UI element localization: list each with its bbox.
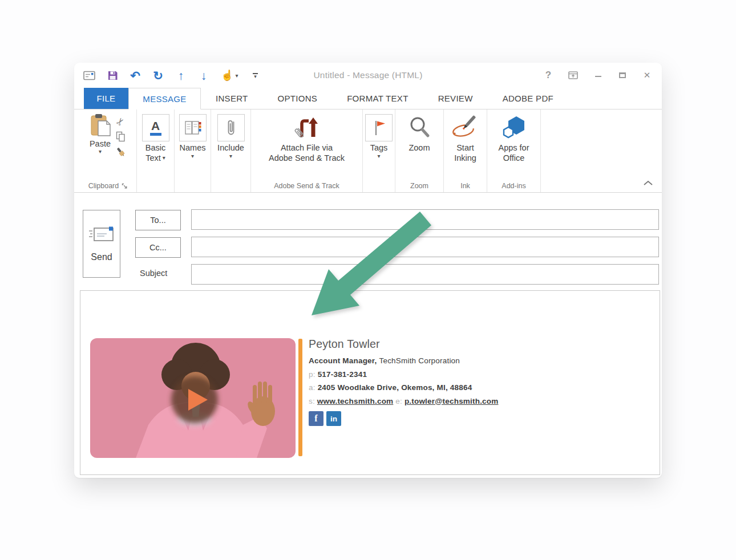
- customize-quick-access-toolbar-icon[interactable]: ▾: [250, 68, 261, 83]
- paste-clipboard-icon: [90, 113, 111, 139]
- address-label: a:: [309, 383, 316, 392]
- help-icon[interactable]: ?: [544, 69, 553, 82]
- zoom-button[interactable]: Zoom: [407, 113, 431, 153]
- send-envelope-icon: [88, 226, 115, 243]
- group-basic-text: A Basic Text▾: [137, 109, 175, 192]
- signature-social-icons: f in: [309, 411, 498, 426]
- touch-mouse-mode-icon[interactable]: ☝ ▾: [221, 68, 238, 83]
- tab-review[interactable]: REVIEW: [423, 88, 488, 109]
- apps-for-office-icon: [501, 113, 527, 143]
- tab-insert[interactable]: INSERT: [201, 88, 263, 109]
- website-link[interactable]: www.techsmith.com: [317, 397, 393, 405]
- next-item-icon[interactable]: ↓: [198, 68, 209, 83]
- signature-video-thumbnail[interactable]: [90, 338, 296, 458]
- send-label: Send: [91, 252, 112, 262]
- signature-role: Account Manager,TechSmith Corporation: [309, 354, 498, 368]
- attach-file-adobe-button[interactable]: Attach File via Adobe Send & Track: [269, 113, 345, 163]
- maximize-icon[interactable]: [618, 69, 627, 82]
- page: ↶ ↻ ↑ ↓ ☝ ▾ ▾ Untitled - Message (HTML) …: [0, 0, 736, 560]
- redo-icon[interactable]: ↻: [152, 68, 164, 83]
- copy-icon[interactable]: [115, 131, 127, 143]
- message-window-icon: [83, 68, 95, 83]
- chevron-down-icon: ▾: [191, 153, 194, 160]
- collapse-ribbon-icon[interactable]: [644, 177, 653, 188]
- start-inking-label-2: Inking: [454, 153, 476, 163]
- start-inking-button[interactable]: Start Inking: [451, 113, 480, 163]
- undo-icon[interactable]: ↶: [130, 68, 141, 83]
- facebook-icon[interactable]: f: [309, 411, 323, 426]
- chevron-down-icon: ▾: [377, 153, 380, 160]
- apps-label-1: Apps for: [499, 143, 529, 153]
- phone-value: 517-381-2341: [318, 370, 367, 379]
- names-label: Names: [180, 143, 206, 153]
- to-button[interactable]: To...: [135, 210, 181, 230]
- basic-text-button[interactable]: A Basic Text▾: [142, 113, 169, 163]
- to-input[interactable]: [191, 209, 659, 230]
- attach-label-2: Adobe Send & Track: [269, 153, 345, 163]
- apps-label-2: Office: [503, 153, 525, 163]
- message-body[interactable]: Peyton Towler Account Manager,TechSmith …: [80, 290, 660, 475]
- group-zoom: Zoom Zoom: [395, 109, 444, 192]
- send-button[interactable]: Send: [83, 210, 120, 278]
- basic-text-label-1: Basic: [145, 143, 165, 153]
- signature-name: Peyton Towler: [309, 338, 498, 351]
- minimize-icon[interactable]: [593, 69, 602, 82]
- clipboard-dialog-launcher-icon[interactable]: [122, 183, 128, 189]
- paste-button[interactable]: Paste ▾: [90, 113, 111, 155]
- previous-item-icon[interactable]: ↑: [175, 68, 187, 83]
- email-link[interactable]: p.towler@techsmith.com: [405, 397, 499, 405]
- tab-options[interactable]: OPTIONS: [263, 88, 333, 109]
- maximize-box: [619, 72, 626, 78]
- tab-format-text[interactable]: FORMAT TEXT: [332, 88, 423, 109]
- cut-icon[interactable]: ✂: [115, 115, 127, 128]
- cc-input[interactable]: [191, 237, 659, 257]
- close-icon[interactable]: ✕: [642, 69, 652, 82]
- subject-input[interactable]: [191, 264, 659, 285]
- outlook-message-window: ↶ ↻ ↑ ↓ ☝ ▾ ▾ Untitled - Message (HTML) …: [74, 63, 662, 478]
- flag-icon: [365, 114, 393, 141]
- group-ink: Start Inking Ink: [444, 109, 487, 192]
- signature-accent-bar: [298, 339, 302, 456]
- hand-pointer-glyph: ☝: [221, 70, 233, 80]
- linkedin-icon[interactable]: in: [326, 411, 341, 426]
- magnifier-icon: [407, 113, 431, 143]
- apps-for-office-button[interactable]: Apps for Office: [499, 113, 529, 163]
- format-painter-icon[interactable]: [115, 146, 127, 159]
- group-clipboard: Paste ▾ ✂ Clipboard: [80, 109, 137, 192]
- window-controls: ? ✕: [544, 63, 652, 88]
- tags-button[interactable]: Tags ▾: [365, 113, 393, 160]
- zoom-label: Zoom: [409, 143, 430, 153]
- tab-file[interactable]: FILE: [84, 88, 128, 109]
- ribbon-display-options-icon[interactable]: [568, 69, 578, 82]
- paste-label: Paste: [90, 139, 111, 148]
- clipboard-group-label: Clipboard: [88, 182, 119, 190]
- include-button[interactable]: Include ▾: [217, 113, 245, 160]
- tags-label: Tags: [370, 143, 388, 153]
- chevron-down-icon: ▾: [99, 148, 102, 155]
- attach-label-1: Attach File via: [281, 143, 333, 153]
- tab-message[interactable]: MESSAGE: [128, 88, 201, 109]
- chevron-down-icon: ▾: [229, 153, 232, 160]
- group-include: Include ▾: [211, 109, 251, 192]
- group-adobe-send-track: Attach File via Adobe Send & Track Adobe…: [251, 109, 363, 192]
- minimize-bar: [595, 76, 601, 77]
- email-label: e:: [395, 397, 402, 405]
- group-tags: Tags ▾: [363, 109, 395, 192]
- save-icon[interactable]: [107, 68, 118, 83]
- signature-phone-row: p: 517-381-2341: [309, 368, 498, 382]
- group-addins: Apps for Office Add-ins: [487, 109, 541, 192]
- inking-pen-icon: [451, 113, 480, 143]
- site-label: s:: [309, 397, 315, 405]
- signature-block: Peyton Towler Account Manager,TechSmith …: [309, 338, 498, 426]
- ink-group-label: Ink: [460, 182, 470, 190]
- tab-adobe-pdf[interactable]: ADOBE PDF: [488, 88, 568, 109]
- ribbon: Paste ▾ ✂ Clipboard: [74, 109, 662, 193]
- names-button[interactable]: Names ▾: [179, 113, 207, 160]
- quick-access-toolbar: ↶ ↻ ↑ ↓ ☝ ▾ ▾: [83, 63, 261, 88]
- signature-company: TechSmith Corporation: [379, 356, 460, 365]
- adobe-group-label: Adobe Send & Track: [274, 182, 339, 190]
- adobe-send-track-icon: [292, 113, 322, 143]
- address-book-icon: [179, 114, 207, 141]
- chevron-down-icon: ▾: [235, 72, 238, 79]
- cc-button[interactable]: Cc...: [135, 237, 181, 258]
